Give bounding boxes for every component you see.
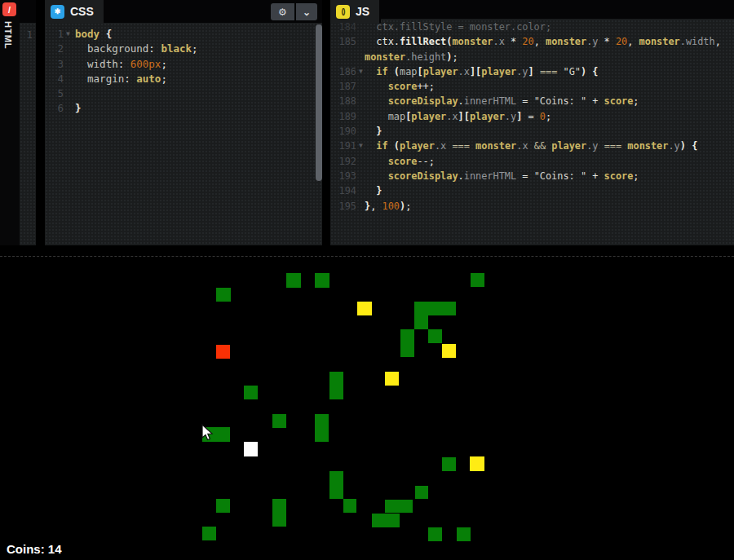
- token: {: [592, 66, 598, 77]
- game-square-yellow: [442, 344, 456, 358]
- tab-js[interactable]: () JS: [330, 0, 379, 23]
- token: ): [680, 140, 686, 152]
- token: ][: [470, 66, 481, 77]
- token: .: [458, 95, 464, 107]
- html-editor-body: 1: [20, 23, 36, 245]
- code-line: 188 scoreDisplay.innerHTML = "Coins: " +…: [330, 94, 734, 108]
- token: 600px: [130, 58, 161, 70]
- js-code-lines: 184 ctx.fillStyle = monster.color;185 ct…: [330, 20, 734, 214]
- token: [: [417, 66, 422, 77]
- token: map: [365, 111, 405, 122]
- game-square-green: [428, 527, 442, 541]
- fold-spacer: [64, 57, 75, 72]
- token: .y: [586, 140, 598, 152]
- token: [534, 66, 540, 77]
- code-line: 184 ctx.fillStyle = monster.color;: [330, 20, 734, 34]
- fold-spacer: [356, 79, 365, 94]
- game-square-yellow: [357, 302, 372, 315]
- line-number: 1: [27, 29, 33, 41]
- code-text: }: [365, 124, 734, 139]
- token: width: [75, 58, 118, 70]
- css-editor-scrollbar[interactable]: [316, 24, 322, 181]
- token: .y: [586, 36, 598, 47]
- fold-arrow-icon[interactable]: ▼: [356, 139, 365, 153]
- token: ;: [192, 42, 198, 55]
- token: [388, 66, 394, 77]
- token: background: [75, 42, 148, 55]
- token: "Coins: ": [534, 170, 586, 182]
- line-number: 193: [330, 169, 356, 183]
- html-panel-vertical-label: HTML: [3, 21, 13, 50]
- token: fillRect: [400, 36, 446, 47]
- code-text: scoreDisplay.innerHTML = "Coins: " + sco…: [365, 169, 734, 183]
- token: player: [400, 140, 435, 152]
- token: margin: [75, 73, 124, 85]
- fold-spacer: [356, 94, 365, 108]
- game-square-green: [315, 414, 329, 442]
- token: player: [481, 66, 516, 77]
- token: (: [394, 66, 400, 77]
- code-line: 191▼ if (player.x === monster.x && playe…: [330, 139, 734, 153]
- token: "Coins: ": [534, 95, 586, 107]
- game-preview[interactable]: Coins: 14: [0, 245, 734, 560]
- line-number: 192: [330, 154, 356, 169]
- token: }: [365, 185, 382, 196]
- code-text: scoreDisplay.innerHTML = "Coins: " + sco…: [365, 94, 734, 108]
- code-text: monster.height);: [365, 50, 734, 64]
- code-text: ctx.fillStyle = monster.color;: [365, 20, 734, 34]
- code-text: }, 100);: [365, 199, 734, 214]
- line-number: 189: [330, 109, 356, 124]
- code-line: 4 margin: auto;: [45, 72, 322, 86]
- fold-spacer: [356, 50, 365, 64]
- game-square-green: [272, 414, 286, 428]
- token: .height: [405, 51, 446, 63]
- token: player: [411, 111, 446, 122]
- token: =: [516, 95, 533, 107]
- code-line: 186▼ if (map[player.x][player.y] === "G"…: [330, 64, 734, 79]
- token: ;: [405, 201, 411, 212]
- code-text: score++;: [365, 79, 734, 94]
- line-number: 194: [330, 183, 356, 198]
- game-square-green: [244, 386, 258, 399]
- line-number: 1: [45, 27, 64, 42]
- token: :: [148, 42, 161, 55]
- html-panel-collapsed[interactable]: / HTML: [0, 0, 20, 245]
- tab-css[interactable]: ✱ CSS: [45, 0, 104, 23]
- game-square-green: [414, 315, 428, 329]
- line-number: 195: [330, 199, 356, 214]
- token: monster: [627, 140, 668, 152]
- game-square-green: [272, 499, 286, 527]
- token: "G": [564, 66, 581, 77]
- game-square-green: [216, 288, 231, 302]
- game-square-green: [428, 329, 442, 343]
- js-panel: 184 ctx.fillStyle = monster.color;185 ct…: [330, 0, 734, 245]
- code-line: monster.height);: [330, 50, 734, 64]
- code-line: 6}: [45, 101, 322, 116]
- game-square-green: [329, 471, 343, 499]
- token: if: [365, 140, 388, 152]
- html-editor-header: [20, 0, 36, 23]
- fold-spacer: [64, 72, 75, 86]
- code-text: width: 600px;: [75, 57, 322, 72]
- fold-arrow-icon[interactable]: ▼: [356, 64, 365, 79]
- token: {: [692, 140, 697, 152]
- token: }: [75, 102, 82, 114]
- js-tab-label: JS: [356, 5, 369, 18]
- token: 20: [616, 36, 627, 47]
- game-square-green: [372, 514, 400, 527]
- css-settings-button[interactable]: ⚙: [271, 3, 294, 20]
- line-number: 191: [330, 139, 356, 153]
- token: +: [586, 95, 604, 107]
- css-collapse-button[interactable]: ⌄: [296, 3, 317, 20]
- token: :: [118, 58, 130, 70]
- fold-spacer: [356, 34, 365, 49]
- token: --;: [417, 156, 434, 167]
- fold-arrow-icon[interactable]: ▼: [64, 27, 75, 42]
- html-editor-sliver[interactable]: 1: [20, 0, 36, 245]
- code-line: 187 score++;: [330, 79, 734, 94]
- css-code-editor[interactable]: 1▼body {2 background: black;3 width: 600…: [45, 23, 322, 245]
- fold-spacer: [64, 86, 75, 101]
- token: black: [161, 42, 192, 55]
- js-code-editor[interactable]: 184 ctx.fillStyle = monster.color;185 ct…: [330, 0, 734, 245]
- token: scoreDisplay: [365, 95, 458, 107]
